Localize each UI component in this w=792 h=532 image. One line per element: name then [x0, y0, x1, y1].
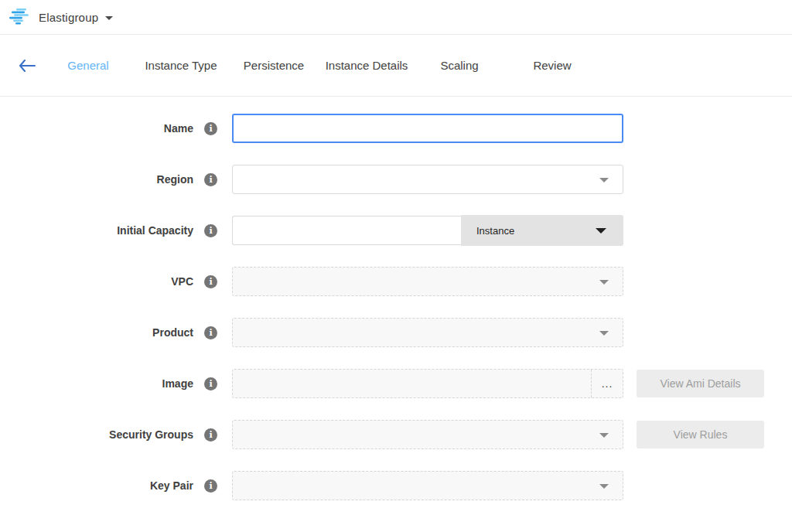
- back-button[interactable]: [14, 53, 40, 79]
- chevron-down-icon: [599, 280, 609, 285]
- elastigroup-logo-icon: [9, 8, 31, 26]
- security-groups-label: Security Groups: [0, 428, 193, 441]
- chevron-down-icon[interactable]: [105, 16, 113, 20]
- image-label: Image: [0, 377, 193, 390]
- region-select[interactable]: [232, 165, 623, 194]
- info-icon[interactable]: i: [204, 479, 217, 493]
- key-pair-select: [232, 471, 623, 500]
- form-row-key-pair: Key Pair i: [0, 471, 792, 500]
- top-bar: Elastigroup: [0, 0, 792, 35]
- tab-general[interactable]: General: [42, 59, 135, 72]
- info-icon[interactable]: i: [204, 326, 217, 339]
- product-label: Product: [0, 326, 193, 339]
- security-groups-select: [232, 420, 623, 449]
- form-row-image: Image i ... View Ami Details: [0, 369, 792, 398]
- back-arrow-icon: [19, 60, 36, 72]
- chevron-down-icon: [596, 228, 606, 234]
- tab-instance-details[interactable]: Instance Details: [320, 59, 413, 72]
- tab-scaling[interactable]: Scaling: [413, 59, 506, 72]
- info-icon[interactable]: i: [204, 122, 217, 135]
- form-row-region: Region i: [0, 165, 792, 194]
- info-icon[interactable]: i: [204, 173, 217, 186]
- capacity-unit-select[interactable]: Instance: [461, 215, 623, 246]
- vpc-label: VPC: [0, 275, 193, 288]
- form-row-vpc: VPC i: [0, 267, 792, 296]
- tab-review[interactable]: Review: [506, 59, 599, 72]
- wizard-tabs: General Instance Type Persistence Instan…: [42, 59, 599, 72]
- chevron-down-icon: [599, 484, 609, 489]
- view-rules-button[interactable]: View Rules: [637, 421, 764, 448]
- image-input-group: ...: [232, 369, 623, 398]
- chevron-down-icon: [599, 178, 609, 182]
- name-input[interactable]: [232, 114, 623, 143]
- tab-instance-type[interactable]: Instance Type: [135, 59, 227, 72]
- image-input: [233, 370, 591, 397]
- form-row-security-groups: Security Groups i View Rules: [0, 420, 792, 449]
- name-label: Name: [0, 122, 193, 135]
- info-icon[interactable]: i: [204, 377, 217, 390]
- info-icon[interactable]: i: [204, 224, 217, 237]
- key-pair-label: Key Pair: [0, 479, 193, 492]
- form-row-name: Name i: [0, 114, 792, 143]
- capacity-unit-value: Instance: [476, 225, 514, 237]
- wizard-tab-bar: General Instance Type Persistence Instan…: [0, 35, 792, 97]
- view-ami-details-button[interactable]: View Ami Details: [637, 370, 764, 397]
- product-select: [232, 318, 623, 347]
- form-row-initial-capacity: Initial Capacity i Instance: [0, 216, 792, 245]
- tab-persistence[interactable]: Persistence: [227, 59, 320, 72]
- chevron-down-icon: [599, 331, 609, 336]
- region-label: Region: [0, 173, 193, 186]
- chevron-down-icon: [599, 433, 609, 438]
- general-settings-form: Name i Region i Initial Capacity i Insta…: [0, 97, 792, 500]
- info-icon[interactable]: i: [204, 428, 217, 442]
- initial-capacity-label: Initial Capacity: [0, 224, 193, 237]
- info-icon[interactable]: i: [204, 275, 217, 288]
- initial-capacity-input[interactable]: [232, 216, 461, 245]
- vpc-select: [232, 267, 623, 296]
- app-switcher-label[interactable]: Elastigroup: [39, 11, 98, 24]
- image-browse-button[interactable]: ...: [591, 370, 623, 397]
- form-row-product: Product i: [0, 318, 792, 347]
